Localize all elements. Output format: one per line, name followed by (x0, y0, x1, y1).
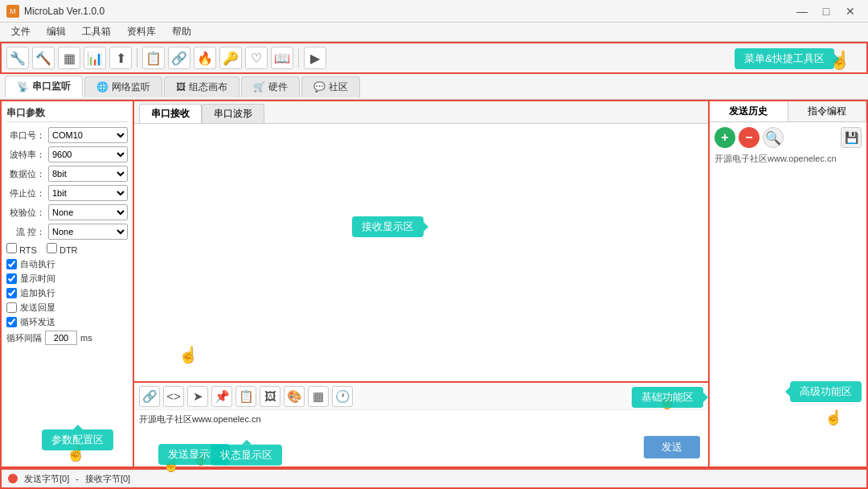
loop-send-checkbox[interactable] (6, 317, 17, 327)
titlebar: M MicroLab Ver.1.0.0 — □ ✕ (0, 0, 868, 23)
dtr-label: DTR (47, 243, 78, 255)
tab-hardware[interactable]: 🛒 硬件 (241, 76, 300, 97)
tool-fire[interactable]: 🔥 (194, 47, 216, 69)
tool-clip[interactable]: 📋 (142, 47, 165, 69)
send-back-checkbox[interactable] (6, 302, 17, 313)
show-time-row: 显示时间 (6, 273, 128, 285)
send-tool-code[interactable]: <> (163, 386, 184, 407)
tool-settings[interactable]: 🔧 (6, 47, 29, 69)
separator1 (137, 48, 137, 68)
append-exec-checkbox[interactable] (6, 288, 17, 298)
status-hand-icon: ☝ (162, 455, 180, 473)
tab-canvas-icon: 🖼 (176, 81, 186, 92)
flow-ctrl-row: 流 控： None RTS/CTS (6, 224, 128, 240)
right-tab-programming[interactable]: 指令编程 (788, 101, 867, 121)
send-tool-image[interactable]: 🖼 (260, 386, 280, 407)
recv-hand-icon: ☝ (178, 345, 199, 364)
menu-tools[interactable]: 工具箱 (74, 23, 119, 40)
add-button[interactable]: + (714, 127, 735, 148)
rts-dtr-row: RTS DTR (6, 243, 128, 255)
tool-wrench[interactable]: 🔨 (32, 47, 55, 69)
tab-canvas[interactable]: 🖼 组态画布 (164, 76, 240, 97)
toolbar-hand-icon: ☝ (829, 50, 850, 71)
status-led (8, 474, 18, 483)
rts-label: RTS (6, 243, 37, 255)
search-button[interactable]: 🔍 (763, 127, 784, 148)
parity-label: 校验位： (6, 207, 45, 219)
parity-select[interactable]: None Even Odd (48, 204, 128, 220)
flow-ctrl-select[interactable]: None RTS/CTS (48, 224, 128, 240)
baud-select[interactable]: 9600 115200 (48, 146, 128, 162)
app-icon: M (6, 5, 19, 18)
send-area-hand-icon: ☝ (192, 449, 210, 466)
data-bits-row: 数据位： 8bit 7bit (6, 166, 128, 182)
tool-key[interactable]: 🔑 (219, 47, 242, 69)
data-bits-label: 数据位： (6, 168, 45, 180)
send-tool-table[interactable]: 📋 (235, 386, 256, 407)
toolbar-label: 菜单&快捷工具区 (735, 48, 834, 69)
menu-file[interactable]: 文件 (3, 23, 39, 40)
right-tab-history[interactable]: 发送历史 (710, 101, 788, 121)
close-button[interactable]: ✕ (839, 2, 862, 20)
serial-params-title: 串口参数 (6, 106, 128, 122)
send-tool-pin[interactable]: 📌 (211, 386, 232, 407)
dtr-checkbox[interactable] (47, 243, 57, 253)
menu-edit[interactable]: 编辑 (39, 23, 74, 40)
subtab-bar: 串口接收 串口波形 (134, 101, 708, 124)
menu-help[interactable]: 帮助 (164, 23, 199, 40)
send-tool-clock[interactable]: 🕐 (332, 386, 353, 407)
recv-area-label: 接收显示区 (352, 216, 424, 237)
subtab-wave[interactable]: 串口波形 (202, 104, 264, 123)
menu-library[interactable]: 资料库 (119, 23, 164, 40)
main-content: 串口参数 串口号： COM10 COM1 COM2 波特率： 9600 1152… (0, 100, 868, 468)
tool-chart[interactable]: 📊 (84, 47, 106, 69)
send-tool-arrow[interactable]: ➤ (187, 386, 208, 407)
send-tool-blocks[interactable]: ▦ (308, 386, 329, 407)
menubar: 文件 编辑 工具箱 资料库 帮助 (0, 23, 868, 42)
port-select[interactable]: COM10 COM1 COM2 (48, 127, 128, 143)
send-area: 开源电子社区www.openelec.cn 发送 发送显示区 ☝ (134, 410, 708, 466)
tab-network-icon: 🌐 (96, 81, 108, 92)
tool-heart[interactable]: ♡ (245, 47, 268, 69)
subtab-recv[interactable]: 串口接收 (139, 104, 202, 123)
interval-unit: ms (80, 333, 92, 343)
send-tool-color[interactable]: 🎨 (284, 386, 305, 407)
tab-serial-listen[interactable]: 📡 串口监听 (5, 76, 83, 97)
app-title: MicroLab Ver.1.0.0 (24, 6, 791, 17)
minimize-button[interactable]: — (791, 2, 813, 20)
params-hand-icon: ☝ (66, 443, 86, 462)
tool-upload[interactable]: ⬆ (109, 47, 132, 69)
tool-book[interactable]: 📖 (271, 47, 293, 69)
flow-ctrl-label: 流 控： (6, 226, 45, 238)
tool-grid[interactable]: ▦ (58, 47, 80, 69)
send-button[interactable]: 发送 (644, 436, 700, 458)
data-bits-select[interactable]: 8bit 7bit (48, 166, 128, 182)
interval-input[interactable] (45, 331, 77, 345)
stop-bits-select[interactable]: 1bit 2bit (48, 185, 128, 201)
auto-exec-checkbox[interactable] (6, 259, 17, 269)
tab-community-icon: 💬 (313, 81, 326, 92)
tab-network-listen[interactable]: 🌐 网络监听 (84, 76, 162, 97)
interval-row: 循环间隔 ms (6, 331, 128, 345)
tab-hardware-icon: 🛒 (253, 81, 265, 92)
show-time-checkbox[interactable] (6, 273, 17, 284)
save-button[interactable]: 💾 (841, 127, 862, 148)
recv-area: 接收显示区 ☝ (134, 124, 708, 381)
tool-run[interactable]: ▶ (304, 47, 326, 69)
port-label: 串口号： (6, 129, 45, 142)
tab-serial-icon: 📡 (17, 81, 29, 92)
delete-button[interactable]: − (739, 127, 760, 148)
serial-params-panel: 串口参数 串口号： COM10 COM1 COM2 波特率： 9600 1152… (2, 101, 134, 466)
send-tool-link[interactable]: 🔗 (139, 386, 160, 407)
send-back-row: 发送回显 (6, 302, 128, 314)
rts-checkbox[interactable] (6, 243, 17, 253)
parity-row: 校验位： None Even Odd (6, 204, 128, 220)
center-panel: 串口接收 串口波形 接收显示区 ☝ 🔗 <> ➤ 📌 📋 🖼 🎨 ▦ 🕐 (134, 101, 710, 466)
baud-row: 波特率： 9600 115200 (6, 146, 128, 162)
tab-community[interactable]: 💬 社区 (301, 76, 360, 97)
maximize-button[interactable]: □ (815, 2, 837, 20)
tool-link[interactable]: 🔗 (168, 47, 190, 69)
interval-label: 循环间隔 (6, 332, 42, 344)
statusbar: 发送字节[0] - 接收字节[0] 状态显示区 ☝ (0, 468, 868, 489)
loop-send-row: 循环发送 (6, 316, 128, 328)
